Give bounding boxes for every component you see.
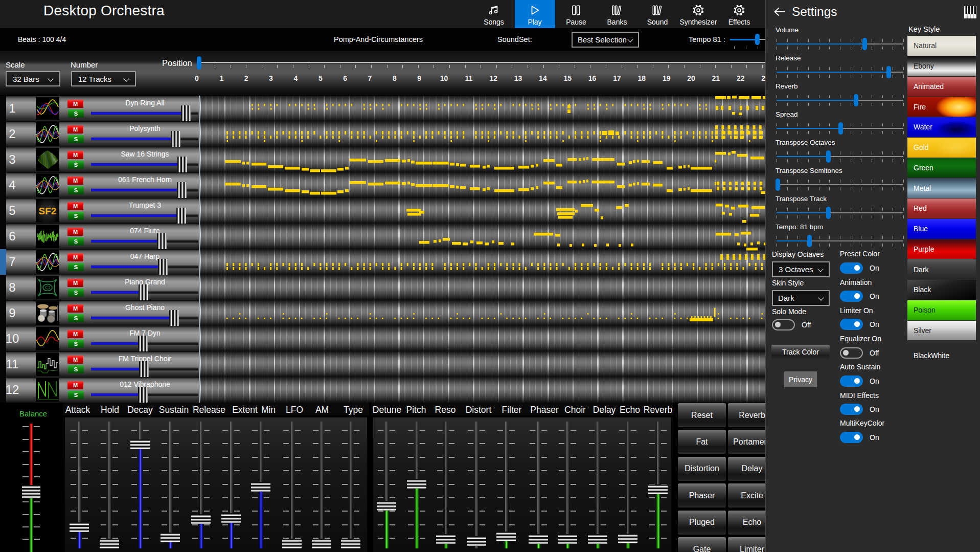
svg-text:SF2: SF2 bbox=[39, 206, 57, 216]
